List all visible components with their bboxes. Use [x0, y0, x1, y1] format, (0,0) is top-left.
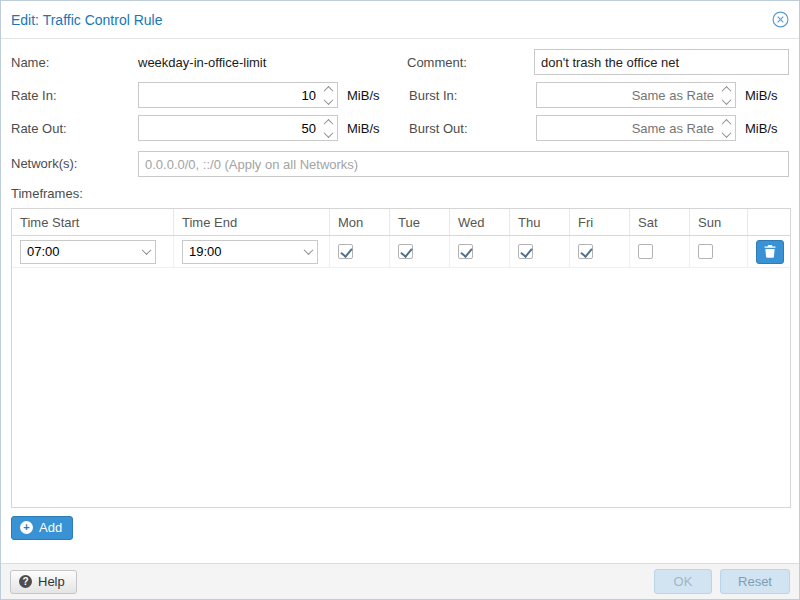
rate-in-input[interactable]: [139, 83, 320, 107]
name-label: Name:: [11, 55, 138, 70]
header-thu[interactable]: Thu: [510, 209, 570, 235]
rate-in-label: Rate In:: [11, 88, 138, 103]
day-checkbox-wed[interactable]: [458, 244, 473, 259]
rate-out-unit: MiB/s: [347, 121, 380, 136]
row-name-comment: Name: weekday-in-office-limit Comment:: [11, 49, 789, 75]
spinner-up-icon[interactable]: [718, 83, 735, 95]
rate-out-field[interactable]: [138, 115, 338, 141]
add-button[interactable]: Add: [11, 516, 73, 540]
footer-bar: Help OK Reset: [1, 563, 799, 599]
help-button[interactable]: Help: [10, 570, 77, 594]
plus-circle-icon: [20, 521, 33, 534]
burst-out-unit: MiB/s: [745, 121, 778, 136]
comment-input[interactable]: [534, 49, 789, 75]
reset-button[interactable]: Reset: [720, 569, 790, 594]
spinner-up-icon[interactable]: [718, 116, 735, 128]
burst-out-label: Burst Out:: [409, 121, 536, 136]
help-button-label: Help: [38, 574, 65, 589]
header-mon[interactable]: Mon: [330, 209, 390, 235]
rate-in-field[interactable]: [138, 82, 338, 108]
header-actions: [748, 209, 790, 235]
header-sun[interactable]: Sun: [690, 209, 748, 235]
header-time-start[interactable]: Time Start: [12, 209, 174, 235]
spinner-up-icon[interactable]: [320, 83, 337, 95]
name-value: weekday-in-office-limit: [138, 55, 266, 70]
day-checkbox-fri[interactable]: [578, 244, 593, 259]
timeframes-table: Time Start Time End Mon Tue Wed Thu Fri …: [11, 208, 791, 508]
header-sat[interactable]: Sat: [630, 209, 690, 235]
spinner-down-icon[interactable]: [320, 128, 337, 140]
dialog-title: Edit: Traffic Control Rule: [11, 12, 162, 28]
trash-icon: [764, 245, 776, 258]
burst-out-input[interactable]: [537, 116, 718, 140]
question-circle-icon: [19, 575, 32, 588]
row-rate-out-burst-out: Rate Out: MiB/s Burst Out:: [11, 115, 789, 141]
rate-out-input[interactable]: [139, 116, 320, 140]
dialog-body: Name: weekday-in-office-limit Comment: R…: [1, 39, 799, 563]
table-row: [12, 236, 790, 268]
close-icon[interactable]: [771, 11, 789, 29]
rate-out-label: Rate Out:: [11, 121, 138, 136]
add-button-label: Add: [39, 520, 62, 535]
burst-in-unit: MiB/s: [745, 88, 778, 103]
networks-input[interactable]: [138, 151, 789, 177]
spinner-down-icon[interactable]: [718, 128, 735, 140]
day-checkbox-sun[interactable]: [698, 244, 713, 259]
edit-traffic-control-rule-dialog: Edit: Traffic Control Rule Name: weekday…: [0, 0, 800, 600]
ok-button[interactable]: OK: [654, 569, 712, 594]
burst-in-spinner[interactable]: [718, 83, 735, 107]
burst-out-spinner[interactable]: [718, 116, 735, 140]
rate-in-spinner[interactable]: [320, 83, 337, 107]
header-wed[interactable]: Wed: [450, 209, 510, 235]
day-checkbox-tue[interactable]: [398, 244, 413, 259]
timeframes-label: Timeframes:: [11, 186, 789, 201]
table-empty-area: [12, 268, 790, 507]
time-end-input[interactable]: [183, 241, 299, 263]
day-checkbox-mon[interactable]: [338, 244, 353, 259]
chevron-down-icon[interactable]: [299, 241, 317, 263]
time-start-input[interactable]: [21, 241, 137, 263]
burst-out-field[interactable]: [536, 115, 736, 141]
comment-label: Comment:: [407, 55, 534, 70]
delete-row-button[interactable]: [756, 240, 784, 264]
header-fri[interactable]: Fri: [570, 209, 630, 235]
networks-label: Network(s):: [11, 151, 138, 177]
burst-in-field[interactable]: [536, 82, 736, 108]
spinner-up-icon[interactable]: [320, 116, 337, 128]
rate-in-unit: MiB/s: [347, 88, 380, 103]
day-checkbox-sat[interactable]: [638, 244, 653, 259]
row-networks: Network(s):: [11, 151, 789, 177]
table-header-row: Time Start Time End Mon Tue Wed Thu Fri …: [12, 209, 790, 236]
row-rate-in-burst-in: Rate In: MiB/s Burst In:: [11, 82, 789, 108]
spinner-down-icon[interactable]: [718, 95, 735, 107]
burst-in-label: Burst In:: [409, 88, 536, 103]
header-tue[interactable]: Tue: [390, 209, 450, 235]
burst-in-input[interactable]: [537, 83, 718, 107]
header-time-end[interactable]: Time End: [174, 209, 330, 235]
rate-out-spinner[interactable]: [320, 116, 337, 140]
title-bar: Edit: Traffic Control Rule: [1, 1, 799, 39]
time-end-combo[interactable]: [182, 240, 318, 264]
time-start-combo[interactable]: [20, 240, 156, 264]
chevron-down-icon[interactable]: [137, 241, 155, 263]
day-checkbox-thu[interactable]: [518, 244, 533, 259]
spinner-down-icon[interactable]: [320, 95, 337, 107]
